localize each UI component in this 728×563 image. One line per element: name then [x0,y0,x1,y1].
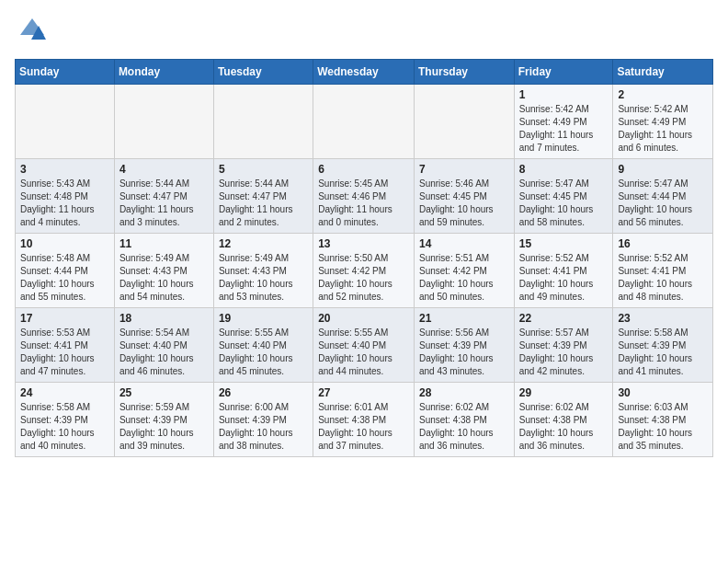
calendar-cell: 11Sunrise: 5:49 AMSunset: 4:43 PMDayligh… [114,234,213,308]
calendar-cell: 1Sunrise: 5:42 AMSunset: 4:49 PMDaylight… [514,85,613,159]
calendar-cell: 19Sunrise: 5:55 AMSunset: 4:40 PMDayligh… [213,308,313,383]
calendar-week-row: 10Sunrise: 5:48 AMSunset: 4:44 PMDayligh… [16,234,713,308]
day-number: 18 [119,312,209,325]
day-of-week-header: Monday [114,60,213,85]
day-of-week-header: Friday [514,60,613,85]
day-number: 20 [318,312,409,325]
day-info: Sunrise: 5:42 AMSunset: 4:49 PMDaylight:… [618,103,708,155]
day-number: 28 [419,386,509,399]
calendar-week-row: 3Sunrise: 5:43 AMSunset: 4:48 PMDaylight… [16,159,713,234]
calendar-cell: 14Sunrise: 5:51 AMSunset: 4:42 PMDayligh… [414,234,514,308]
day-number: 30 [618,386,708,399]
calendar-cell: 28Sunrise: 6:02 AMSunset: 4:38 PMDayligh… [414,383,514,457]
calendar-cell: 17Sunrise: 5:53 AMSunset: 4:41 PMDayligh… [16,308,115,383]
logo [15,15,46,48]
calendar-cell: 29Sunrise: 6:02 AMSunset: 4:38 PMDayligh… [514,383,613,457]
day-info: Sunrise: 5:58 AMSunset: 4:39 PMDaylight:… [20,401,109,453]
day-number: 19 [219,312,308,325]
day-info: Sunrise: 5:42 AMSunset: 4:49 PMDaylight:… [519,103,609,155]
calendar-cell [16,85,115,159]
calendar-cell: 25Sunrise: 5:59 AMSunset: 4:39 PMDayligh… [114,383,213,457]
day-number: 9 [618,163,708,176]
day-info: Sunrise: 6:03 AMSunset: 4:38 PMDaylight:… [618,401,708,453]
day-number: 7 [419,163,509,176]
day-number: 14 [419,237,509,250]
calendar-cell: 26Sunrise: 6:00 AMSunset: 4:39 PMDayligh… [213,383,313,457]
day-number: 5 [219,163,308,176]
day-info: Sunrise: 6:01 AMSunset: 4:38 PMDaylight:… [318,401,409,453]
day-info: Sunrise: 5:51 AMSunset: 4:42 PMDaylight:… [419,252,509,304]
header [15,15,713,48]
calendar-cell [414,85,514,159]
calendar-cell: 5Sunrise: 5:44 AMSunset: 4:47 PMDaylight… [213,159,313,234]
calendar-cell: 4Sunrise: 5:44 AMSunset: 4:47 PMDaylight… [114,159,213,234]
day-number: 1 [519,88,609,101]
calendar-cell: 24Sunrise: 5:58 AMSunset: 4:39 PMDayligh… [16,383,115,457]
day-info: Sunrise: 5:49 AMSunset: 4:43 PMDaylight:… [119,252,209,304]
day-info: Sunrise: 5:57 AMSunset: 4:39 PMDaylight:… [519,327,609,378]
calendar-cell: 27Sunrise: 6:01 AMSunset: 4:38 PMDayligh… [313,383,415,457]
day-info: Sunrise: 5:55 AMSunset: 4:40 PMDaylight:… [219,327,308,378]
day-number: 29 [519,386,609,399]
calendar-cell: 3Sunrise: 5:43 AMSunset: 4:48 PMDaylight… [16,159,115,234]
day-info: Sunrise: 5:53 AMSunset: 4:41 PMDaylight:… [20,327,109,378]
calendar-cell: 2Sunrise: 5:42 AMSunset: 4:49 PMDaylight… [613,85,713,159]
day-info: Sunrise: 5:45 AMSunset: 4:46 PMDaylight:… [318,178,409,229]
day-info: Sunrise: 6:02 AMSunset: 4:38 PMDaylight:… [519,401,609,453]
day-info: Sunrise: 5:46 AMSunset: 4:45 PMDaylight:… [419,178,509,229]
calendar-cell: 23Sunrise: 5:58 AMSunset: 4:39 PMDayligh… [613,308,713,383]
day-number: 6 [318,163,409,176]
day-number: 24 [20,386,109,399]
day-number: 10 [20,237,109,250]
day-number: 16 [618,237,708,250]
calendar-cell: 30Sunrise: 6:03 AMSunset: 4:38 PMDayligh… [613,383,713,457]
calendar-cell: 16Sunrise: 5:52 AMSunset: 4:41 PMDayligh… [613,234,713,308]
day-info: Sunrise: 5:47 AMSunset: 4:45 PMDaylight:… [519,178,609,229]
day-info: Sunrise: 5:43 AMSunset: 4:48 PMDaylight:… [20,178,109,229]
day-number: 21 [419,312,509,325]
day-number: 13 [318,237,409,250]
day-number: 22 [519,312,609,325]
calendar-cell: 15Sunrise: 5:52 AMSunset: 4:41 PMDayligh… [514,234,613,308]
day-info: Sunrise: 5:47 AMSunset: 4:44 PMDaylight:… [618,178,708,229]
day-info: Sunrise: 6:02 AMSunset: 4:38 PMDaylight:… [419,401,509,453]
day-number: 11 [119,237,209,250]
day-of-week-header: Saturday [613,60,713,85]
day-number: 3 [20,163,109,176]
day-of-week-header: Sunday [16,60,115,85]
calendar-cell: 12Sunrise: 5:49 AMSunset: 4:43 PMDayligh… [213,234,313,308]
calendar-cell: 21Sunrise: 5:56 AMSunset: 4:39 PMDayligh… [414,308,514,383]
day-info: Sunrise: 5:52 AMSunset: 4:41 PMDaylight:… [618,252,708,304]
day-of-week-header: Thursday [414,60,514,85]
day-number: 26 [219,386,308,399]
day-info: Sunrise: 5:56 AMSunset: 4:39 PMDaylight:… [419,327,509,378]
day-number: 4 [119,163,209,176]
calendar-cell: 7Sunrise: 5:46 AMSunset: 4:45 PMDaylight… [414,159,514,234]
calendar-cell [213,85,313,159]
day-number: 23 [618,312,708,325]
calendar-cell: 10Sunrise: 5:48 AMSunset: 4:44 PMDayligh… [16,234,115,308]
calendar-week-row: 1Sunrise: 5:42 AMSunset: 4:49 PMDaylight… [16,85,713,159]
calendar-cell [114,85,213,159]
day-info: Sunrise: 5:44 AMSunset: 4:47 PMDaylight:… [119,178,209,229]
calendar-cell: 22Sunrise: 5:57 AMSunset: 4:39 PMDayligh… [514,308,613,383]
day-number: 15 [519,237,609,250]
day-info: Sunrise: 5:55 AMSunset: 4:40 PMDaylight:… [318,327,409,378]
calendar-cell: 20Sunrise: 5:55 AMSunset: 4:40 PMDayligh… [313,308,415,383]
calendar-table: SundayMondayTuesdayWednesdayThursdayFrid… [15,59,713,457]
calendar-week-row: 24Sunrise: 5:58 AMSunset: 4:39 PMDayligh… [16,383,713,457]
day-info: Sunrise: 5:49 AMSunset: 4:43 PMDaylight:… [219,252,308,304]
calendar-cell: 6Sunrise: 5:45 AMSunset: 4:46 PMDaylight… [313,159,415,234]
day-info: Sunrise: 5:50 AMSunset: 4:42 PMDaylight:… [318,252,409,304]
day-info: Sunrise: 5:54 AMSunset: 4:40 PMDaylight:… [119,327,209,378]
calendar-week-row: 17Sunrise: 5:53 AMSunset: 4:41 PMDayligh… [16,308,713,383]
day-info: Sunrise: 5:52 AMSunset: 4:41 PMDaylight:… [519,252,609,304]
day-number: 27 [318,386,409,399]
calendar-cell: 8Sunrise: 5:47 AMSunset: 4:45 PMDaylight… [514,159,613,234]
day-number: 12 [219,237,308,250]
day-number: 17 [20,312,109,325]
day-info: Sunrise: 5:48 AMSunset: 4:44 PMDaylight:… [20,252,109,304]
calendar-cell: 18Sunrise: 5:54 AMSunset: 4:40 PMDayligh… [114,308,213,383]
day-number: 25 [119,386,209,399]
logo-icon [18,17,46,48]
